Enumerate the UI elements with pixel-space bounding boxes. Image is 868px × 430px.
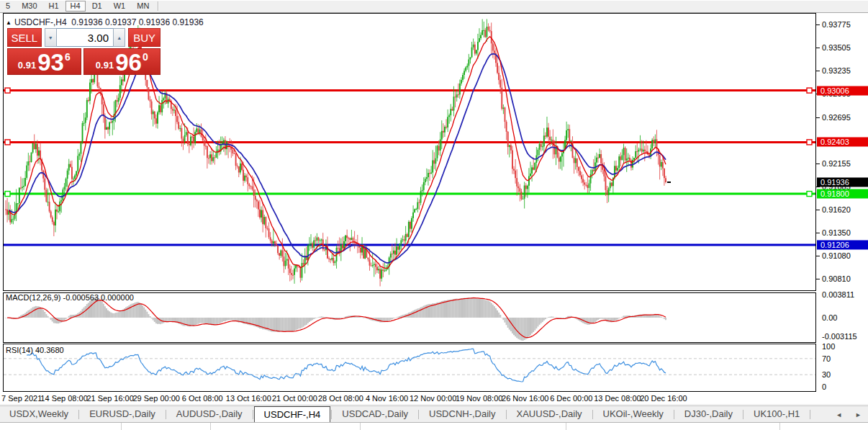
price-tick-label: 0.91080 <box>822 251 851 260</box>
buy-price-prefix: 0.91 <box>96 60 114 71</box>
mt4-window: { "toolbar": { "timeframes": ["5", "M30"… <box>0 0 868 430</box>
sell-price-big: 93 <box>37 50 64 74</box>
date-tick-label: 21 Sep 16:00 <box>86 394 133 403</box>
rsi-indicator-label: RSI(14) 40.3680 <box>6 346 64 354</box>
price-tick-label: 0.92695 <box>822 113 851 122</box>
sell-price-prefix: 0.91 <box>18 60 36 71</box>
timeframe-button-d1[interactable]: D1 <box>87 1 107 12</box>
date-tick-label: 7 Sep 2021 <box>1 394 42 403</box>
date-axis: 7 Sep 202114 Sep 08:0021 Sep 16:0029 Sep… <box>0 392 816 404</box>
price-axis: 0.937750.935050.932350.929650.926950.921… <box>816 13 868 404</box>
status-bar-divider <box>566 423 566 430</box>
date-tick-label: 21 Oct 00:00 <box>272 394 317 403</box>
buy-price-pip: 0 <box>143 51 148 63</box>
tab-separator <box>810 410 810 419</box>
price-tick-label: 0.93505 <box>822 43 851 52</box>
tab-audusd--daily[interactable]: AUDUSD-,Daily <box>167 406 252 423</box>
ohlc-values: 0.91936 0.91937 0.91936 0.91936 <box>71 17 204 27</box>
status-bar-divider <box>210 423 211 430</box>
tab-ukoil--weekly[interactable]: UKOil-,Weekly <box>594 406 673 423</box>
rsi-axis-label: 70 <box>822 354 831 363</box>
tab-separator <box>418 410 419 419</box>
spin-down-icon: ▼ <box>48 35 53 40</box>
price-tick-label: 0.91620 <box>822 205 851 214</box>
last-price-marker <box>667 182 671 183</box>
sell-button[interactable]: SELL <box>7 28 42 47</box>
collapse-panel-icon[interactable]: ▲ <box>6 19 12 26</box>
symbol-tab-bar: USDX,WeeklyEURUSD-,DailyAUDUSD-,DailyUSD… <box>0 406 868 423</box>
spin-up-icon: ▲ <box>117 35 122 40</box>
chart-region: ▲USDCHF-,H4 0.91936 0.91937 0.91936 0.91… <box>0 13 868 404</box>
tab-separator <box>166 410 166 419</box>
date-tick-label: 14 Sep 08:00 <box>40 394 87 403</box>
tab-usdcnh--daily[interactable]: USDCNH-,Daily <box>420 406 505 423</box>
timeframe-button-w1[interactable]: W1 <box>109 1 131 12</box>
date-tick-label: 20 Dec 16:00 <box>640 394 687 403</box>
date-tick-label: 6 Oct 08:00 <box>182 394 223 403</box>
date-tick-label: 4 Nov 16:00 <box>366 394 408 403</box>
price-level-label-support-blue: 0.91206 <box>817 240 868 249</box>
tab-xauusd--daily[interactable]: XAUUSD-,Daily <box>507 406 592 423</box>
price-level-label-resistance-1: 0.93006 <box>817 86 868 95</box>
price-tick-label: 0.92155 <box>822 159 851 168</box>
timeframe-button-mn[interactable]: MN <box>132 1 154 12</box>
horizontal-level-lines[interactable] <box>4 88 815 245</box>
date-tick-label: 12 Nov 00:00 <box>410 394 456 403</box>
price-tick-label: 0.91350 <box>822 228 851 237</box>
volume-increase-button[interactable]: ▲ <box>113 28 125 47</box>
tab-separator <box>78 410 79 419</box>
symbol-name: USDCHF-,H4 <box>14 17 67 27</box>
buy-price-big: 96 <box>115 50 142 74</box>
price-tick-mark <box>816 233 820 233</box>
volume-input[interactable]: 3.00 <box>57 28 113 47</box>
macd-axis-label: 0.003811 <box>822 290 854 299</box>
price-tick-label: 0.90810 <box>822 274 851 283</box>
chart-symbol-title: ▲USDCHF-,H4 0.91936 0.91937 0.91936 0.91… <box>6 17 204 27</box>
sell-price-display[interactable]: 0.91 93 6 <box>7 48 81 75</box>
tab-dj30--daily[interactable]: DJ30-,Daily <box>675 406 742 423</box>
status-bar-divider <box>360 423 361 430</box>
date-tick-label: 29 Sep 00:00 <box>132 394 179 403</box>
date-tick-label: 19 Nov 08:00 <box>456 394 502 403</box>
tab-eurusd--daily[interactable]: EURUSD-,Daily <box>80 406 165 423</box>
price-level-label-resistance-2: 0.92403 <box>817 138 868 147</box>
ma-slow-line <box>9 54 666 263</box>
tab-usdcad--daily[interactable]: USDCAD-,Daily <box>333 406 417 423</box>
tab-usdchf--h4[interactable]: USDCHF-,H4 <box>254 406 331 423</box>
current-price-label: 0.91936 <box>817 177 868 187</box>
status-bar-divider <box>779 423 780 430</box>
status-bar <box>0 422 868 430</box>
macd-indicator-label: MACD(12,26,9) -0.000563 0.000000 <box>6 293 134 302</box>
price-tick-mark <box>816 71 820 71</box>
price-tick-mark <box>816 24 820 25</box>
tab-separator <box>253 410 253 419</box>
date-tick-label: 13 Oct 16:00 <box>226 394 271 403</box>
timeframe-button-h1[interactable]: H1 <box>44 1 64 12</box>
timeframe-button-5[interactable]: 5 <box>1 1 15 12</box>
macd-axis-label: 0.00 <box>822 313 837 322</box>
volume-decrease-button[interactable]: ▼ <box>45 28 57 47</box>
timeframe-button-m30[interactable]: M30 <box>17 1 42 12</box>
price-tick-mark <box>816 117 820 118</box>
date-tick-label: 26 Nov 16:00 <box>502 394 548 403</box>
price-tick-mark <box>816 48 820 48</box>
tab-uk100--h1[interactable]: UK100-,H1 <box>744 406 809 423</box>
toolbar-separator <box>158 1 159 11</box>
buy-button[interactable]: BUY <box>128 28 161 47</box>
price-tick-mark <box>816 256 820 256</box>
tab-separator <box>506 410 507 419</box>
timeframe-toolbar: 5M30H1H4D1W1MN <box>0 0 868 13</box>
tab-separator <box>592 410 593 419</box>
timeframe-button-h4[interactable]: H4 <box>65 1 86 12</box>
macd-axis-label: -0.003115 <box>822 332 857 341</box>
price-tick-mark <box>816 164 820 164</box>
price-tick-label: 0.93235 <box>822 66 851 75</box>
tabs-scroll-right-icon[interactable]: ► <box>849 411 868 418</box>
buy-price-display[interactable]: 0.91 96 0 <box>83 48 161 75</box>
rsi-axis-label: 30 <box>822 370 831 379</box>
tab-usdx-weekly[interactable]: USDX,Weekly <box>0 406 78 423</box>
one-click-trading-panel: SELL ▼ 3.00 ▲ BUY 0.91 93 6 0.91 96 0 <box>7 28 161 75</box>
tabs-scroll-left-icon[interactable]: ◄ <box>829 411 849 418</box>
price-tick-label: 0.93775 <box>822 20 851 29</box>
date-tick-label: 6 Dec 00:00 <box>550 394 592 403</box>
